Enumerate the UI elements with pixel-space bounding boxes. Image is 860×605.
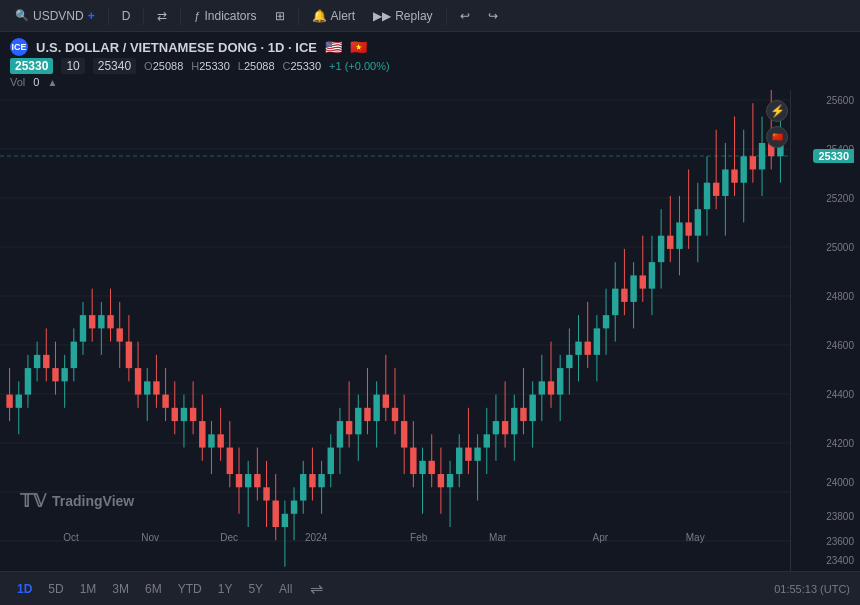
period-price: 25340 <box>93 58 136 74</box>
svg-rect-172 <box>740 156 746 182</box>
svg-rect-124 <box>520 408 526 421</box>
low-val: L25088 <box>238 60 275 72</box>
high-val: H25330 <box>191 60 230 72</box>
price-label-24600: 24600 <box>826 339 854 350</box>
indicators-button[interactable]: ƒ Indicators <box>187 6 263 26</box>
svg-rect-166 <box>713 183 719 196</box>
tf-1m[interactable]: 1M <box>73 580 104 598</box>
replay-button[interactable]: ▶▶ Replay <box>366 6 439 26</box>
alert-label: Alert <box>331 9 356 23</box>
svg-rect-86 <box>346 421 352 434</box>
tf-5d[interactable]: 5D <box>41 580 70 598</box>
replay-label: Replay <box>395 9 432 23</box>
svg-rect-62 <box>236 474 242 487</box>
tf-1y[interactable]: 1Y <box>211 580 240 598</box>
badge-lightning[interactable]: ⚡ <box>766 100 788 122</box>
layout-button[interactable]: ⊞ <box>268 6 292 26</box>
svg-rect-70 <box>272 501 278 527</box>
svg-rect-98 <box>401 421 407 447</box>
separator-2 <box>143 7 144 25</box>
svg-rect-140 <box>594 328 600 354</box>
svg-rect-104 <box>428 461 434 474</box>
tradingview-watermark: 𝕋𝕍 TradingView <box>20 490 134 512</box>
alert-button[interactable]: 🔔 Alert <box>305 6 363 26</box>
search-icon: 🔍 <box>15 9 29 22</box>
top-toolbar: 🔍 USDVND + D ⇄ ƒ Indicators ⊞ 🔔 Alert ▶▶… <box>0 0 860 32</box>
tf-all[interactable]: All <box>272 580 299 598</box>
time-label-dec: Dec <box>220 532 238 543</box>
symbol-selector[interactable]: 🔍 USDVND + <box>8 6 102 26</box>
svg-rect-122 <box>511 408 517 434</box>
svg-rect-146 <box>621 289 627 302</box>
svg-rect-114 <box>474 448 480 461</box>
svg-rect-60 <box>227 448 233 474</box>
svg-rect-36 <box>116 328 122 341</box>
svg-rect-168 <box>722 169 728 195</box>
indicators-icon: ƒ <box>194 10 200 22</box>
svg-rect-64 <box>245 474 251 487</box>
undo-icon: ↩ <box>460 9 470 23</box>
svg-rect-176 <box>759 143 765 169</box>
svg-rect-42 <box>144 381 150 394</box>
svg-rect-136 <box>575 342 581 355</box>
svg-rect-56 <box>208 434 214 447</box>
svg-rect-156 <box>667 236 673 249</box>
svg-rect-88 <box>355 408 361 434</box>
time-label-apr: Apr <box>593 532 609 543</box>
svg-rect-80 <box>318 474 324 487</box>
svg-rect-134 <box>566 355 572 368</box>
svg-rect-82 <box>328 448 334 474</box>
compare-button[interactable]: ⇄ <box>150 6 174 26</box>
svg-rect-26 <box>71 342 77 368</box>
time-axis: Oct Nov Dec 2024 Feb Mar Apr May <box>0 532 790 552</box>
timeframe-selector[interactable]: D <box>115 6 138 26</box>
time-label-mar: Mar <box>489 532 506 543</box>
price-label-25600: 25600 <box>826 94 854 105</box>
svg-rect-34 <box>107 315 113 328</box>
tf-6m[interactable]: 6M <box>138 580 169 598</box>
price-label-23600: 23600 <box>826 535 854 546</box>
svg-rect-48 <box>172 408 178 421</box>
svg-rect-150 <box>640 275 646 288</box>
timeframe-label: D <box>122 9 131 23</box>
badge-cn[interactable]: 🇨🇳 <box>766 126 788 148</box>
redo-button[interactable]: ↪ <box>481 6 505 26</box>
svg-rect-108 <box>447 474 453 487</box>
tf-3m[interactable]: 3M <box>105 580 136 598</box>
price-label-25000: 25000 <box>826 241 854 252</box>
svg-rect-92 <box>373 395 379 421</box>
svg-rect-72 <box>282 514 288 527</box>
separator-1 <box>108 7 109 25</box>
minimize-icon[interactable]: ▲ <box>47 77 57 88</box>
tf-5y[interactable]: 5Y <box>241 580 270 598</box>
svg-rect-144 <box>612 289 618 315</box>
alert-icon: 🔔 <box>312 9 327 23</box>
add-symbol-icon: + <box>88 9 95 23</box>
tf-ytd[interactable]: YTD <box>171 580 209 598</box>
undo-button[interactable]: ↩ <box>453 6 477 26</box>
svg-rect-148 <box>630 275 636 301</box>
svg-rect-160 <box>685 222 691 235</box>
exchange-logo: ICE <box>10 38 28 56</box>
tf-1d[interactable]: 1D <box>10 580 39 598</box>
svg-rect-32 <box>98 315 104 328</box>
chart-title: U.S. DOLLAR / VIETNAMESE DONG · 1D · ICE <box>36 40 317 55</box>
svg-rect-52 <box>190 408 196 421</box>
close-val: C25330 <box>283 60 322 72</box>
svg-rect-38 <box>126 342 132 368</box>
price-label-24000: 24000 <box>826 477 854 488</box>
time-label-2024: 2024 <box>305 532 327 543</box>
svg-rect-76 <box>300 474 306 500</box>
svg-rect-132 <box>557 368 563 394</box>
date-range-icon[interactable]: ⇌ <box>305 577 328 600</box>
svg-rect-116 <box>484 434 490 447</box>
svg-rect-84 <box>337 421 343 447</box>
svg-rect-138 <box>584 342 590 355</box>
price-label-current: 25330 <box>813 150 854 162</box>
bottom-toolbar: 1D 5D 1M 3M 6M YTD 1Y 5Y All ⇌ 01:55:13 … <box>0 571 860 605</box>
svg-rect-100 <box>410 448 416 474</box>
price-label-24800: 24800 <box>826 290 854 301</box>
replay-icon: ▶▶ <box>373 9 391 23</box>
svg-rect-66 <box>254 474 260 487</box>
svg-rect-174 <box>750 156 756 169</box>
